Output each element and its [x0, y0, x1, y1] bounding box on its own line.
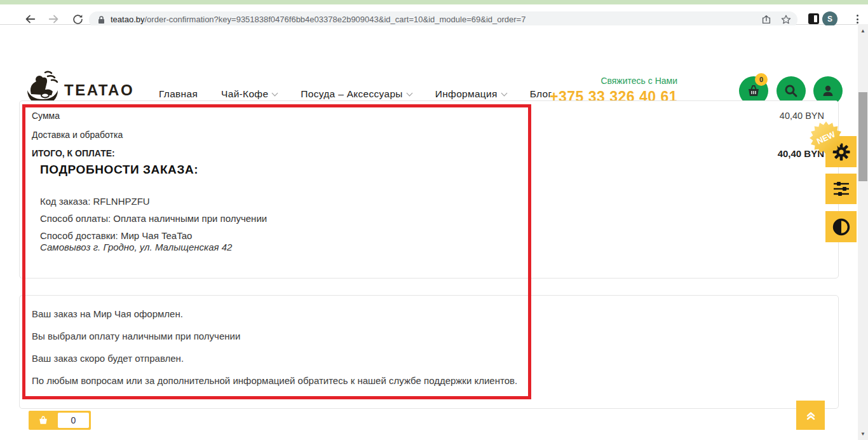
sliders-icon: [833, 181, 850, 196]
filters-widget-button[interactable]: [825, 174, 857, 204]
url-path: /order-confirmation?key=9351838f0476f6bb…: [145, 15, 526, 24]
chevron-down-icon: [272, 90, 278, 96]
contrast-widget-button[interactable]: [825, 211, 857, 242]
chevron-down-icon: [501, 90, 507, 96]
basket-icon: [29, 415, 58, 425]
logo-text: TEATAO: [64, 81, 134, 99]
reload-button[interactable]: [71, 12, 85, 26]
floating-cart-widget[interactable]: 0: [29, 411, 91, 430]
gear-icon: [832, 142, 851, 162]
contact-label: Свяжитесь с Нами: [550, 76, 677, 86]
summary-row-value: 40,40 BYN: [780, 111, 824, 121]
nav-item-home[interactable]: Главная: [159, 88, 198, 100]
url-domain: teatao.by: [111, 15, 145, 24]
browser-profile-avatar[interactable]: S: [822, 11, 837, 27]
basket-icon: [746, 84, 761, 98]
page: teatao.by/order-confirmation?key=9351838…: [0, 0, 868, 440]
share-button[interactable]: [761, 14, 772, 25]
confirmation-line: Ваш заказ скоро будет отправлен.: [32, 353, 184, 364]
main-nav: Главная Чай-Кофе Посуда – Аксессуары Инф…: [159, 88, 552, 100]
nav-item-blog[interactable]: Блог: [530, 88, 552, 100]
delivery-address: Самовывоз г. Гродно, ул. Малыщенская 42: [40, 242, 232, 252]
order-details-heading: ПОДРОБНОСТИ ЗАКАЗА:: [40, 163, 198, 177]
share-icon: [761, 14, 772, 25]
confirmation-line: Вы выбрали оплату наличными при получени…: [32, 331, 240, 341]
nav-item-dishes-accessories[interactable]: Посуда – Аксессуары: [301, 88, 411, 100]
nav-item-tea-coffee[interactable]: Чай-Кофе: [221, 88, 277, 100]
scrollbar-thumb[interactable]: [858, 92, 867, 181]
browser-tab-strip: [0, 0, 868, 4]
forward-button[interactable]: [47, 12, 61, 26]
summary-total-label: ИТОГО, К ОПЛАТЕ:: [32, 148, 115, 158]
chevron-down-icon: [406, 90, 412, 96]
forward-arrow-icon: [48, 13, 60, 25]
summary-row-label: Сумма: [32, 111, 60, 121]
contrast-icon: [832, 218, 850, 236]
back-to-top-button[interactable]: [796, 401, 825, 430]
scroll-up-arrow[interactable]: ▲: [858, 25, 868, 36]
confirmation-line: По любым вопросам или за дополнительной …: [32, 375, 517, 386]
bookmark-star-button[interactable]: [780, 14, 792, 25]
summary-row-label: Доставка и обработка: [32, 130, 123, 140]
back-arrow-icon: [24, 13, 36, 25]
user-icon: [821, 84, 835, 98]
cart-count-badge: 0: [755, 73, 768, 86]
summary-total-value: 40,40 BYN: [778, 148, 824, 159]
site-header: TEATAO Главная Чай-Кофе Посуда – Аксессу…: [0, 25, 858, 97]
reload-icon: [72, 13, 84, 25]
search-icon: [784, 84, 798, 98]
browser-toolbar: teatao.by/order-confirmation?key=9351838…: [0, 4, 868, 25]
double-chevron-up-icon: [805, 409, 817, 421]
delivery-method: Способ доставки: Мир Чая TeaTao: [40, 230, 192, 241]
scroll-down-arrow[interactable]: ▼: [858, 429, 868, 439]
floating-cart-count: 0: [58, 413, 89, 428]
settings-widget-button[interactable]: [825, 136, 857, 167]
scrollbar[interactable]: ▲ ▼: [858, 24, 868, 440]
star-icon: [780, 14, 792, 25]
back-button[interactable]: [23, 12, 37, 26]
side-panel-button[interactable]: [808, 13, 819, 24]
nav-item-information[interactable]: Информация: [435, 88, 506, 100]
order-code: Код заказа: RFLNHPZFU: [40, 196, 150, 207]
payment-method: Способ оплаты: Оплата наличными при полу…: [40, 213, 267, 224]
confirmation-line: Ваш заказ на Мир Чая оформлен.: [32, 308, 183, 319]
